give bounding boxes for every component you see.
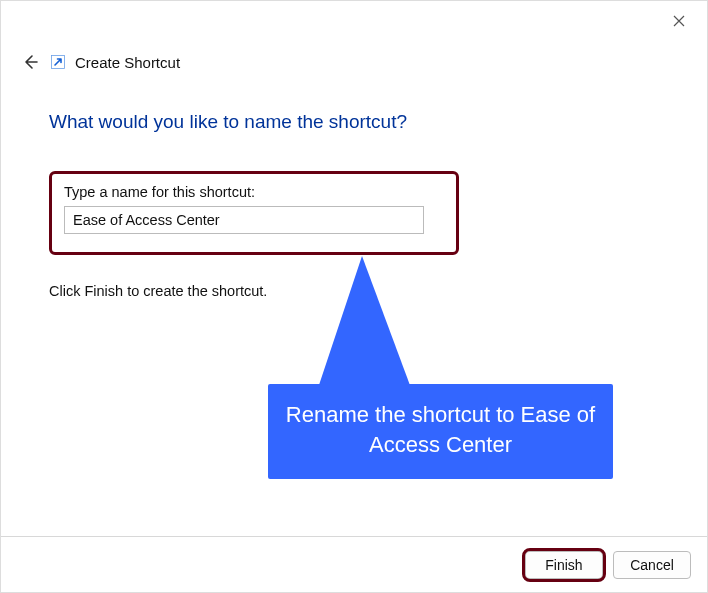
highlighted-input-section: Type a name for this shortcut: (49, 171, 459, 255)
shortcut-overlay-icon (51, 55, 65, 69)
shortcut-name-label: Type a name for this shortcut: (64, 184, 444, 200)
close-icon[interactable] (669, 11, 689, 31)
finish-button-highlight: Finish (525, 551, 603, 579)
wizard-content: What would you like to name the shortcut… (49, 111, 659, 299)
wizard-footer: Finish Cancel (1, 536, 707, 592)
finish-button[interactable]: Finish (525, 551, 603, 579)
shortcut-name-input[interactable] (64, 206, 424, 234)
cancel-button[interactable]: Cancel (613, 551, 691, 579)
hint-text: Click Finish to create the shortcut. (49, 283, 659, 299)
page-heading: What would you like to name the shortcut… (49, 111, 659, 133)
back-arrow-icon[interactable] (19, 51, 41, 73)
wizard-header: Create Shortcut (19, 51, 180, 73)
wizard-title: Create Shortcut (75, 54, 180, 71)
callout-text: Rename the shortcut to Ease of Access Ce… (268, 384, 613, 479)
